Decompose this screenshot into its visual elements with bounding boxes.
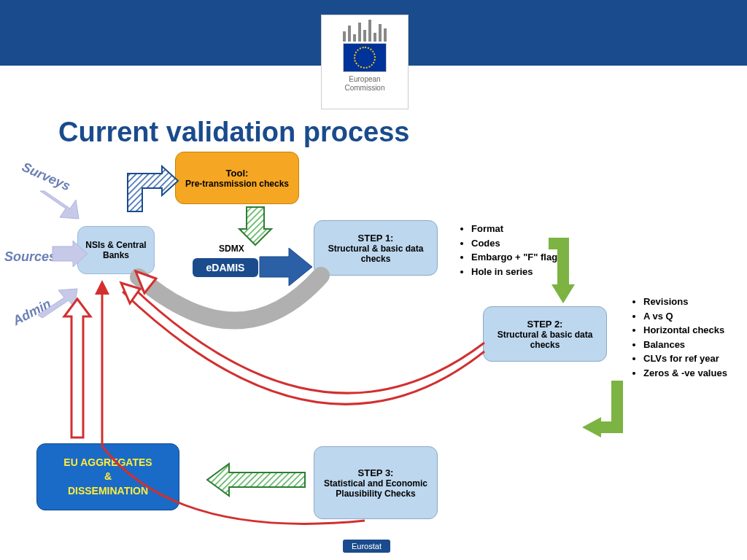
step1-subtitle: Structural & basic data checks [322,244,430,264]
edamis-box: eDAMIS [193,258,258,277]
step2-subtitle: Structural & basic data checks [491,330,599,350]
bullet-item: Hole in series [471,265,604,279]
step3-subtitle: Statistical and Economic Plausibility Ch… [322,478,430,499]
logo-line2: Commission [344,84,384,92]
step1-title: STEP 1: [322,233,430,244]
bullet-item: Embargo + "F" flag [471,250,604,265]
svg-marker-11 [95,280,109,295]
tool-box: Tool: Pre-transmission checks [175,152,299,204]
step2-bullets: RevisionsA vs QHorizontal checksBalances… [630,295,740,380]
bullet-item: Revisions [643,295,740,309]
bullet-item: Format [471,222,604,236]
aggregates-box: EU AGGREGATES & DISSEMINATION [36,443,179,510]
bullet-item: Horizontal checks [643,323,740,338]
nsi-box: NSIs & Central Banks [77,226,155,274]
input-admin-label: Admin [10,296,53,329]
input-surveys-label: Surveys [20,160,73,195]
input-arrow-surveys-icon [40,191,79,219]
page-title: Current validation process [58,117,409,148]
arrow-feedback-step2-icon [131,286,484,393]
arrow-step3-to-agg-icon [207,464,305,496]
bullet-item: A vs Q [643,309,740,324]
step1-bullets: FormatCodesEmbargo + "F" flagHole in ser… [458,222,604,279]
svg-marker-8 [551,284,575,303]
logo-line1: European [349,75,380,83]
arrow-tool-down-icon [239,207,271,245]
arrow-nsi-to-tool-icon [128,166,178,211]
step2-title: STEP 2: [491,319,599,330]
step2-box: STEP 2: Structural & basic data checks [483,306,607,362]
bullet-item: Balances [643,338,740,352]
bullet-item: Zeros & -ve values [643,366,740,381]
svg-marker-4 [40,191,79,219]
arrow-step2-to-step3-icon [582,381,623,438]
ec-logo: European Commission [321,15,409,109]
arrow-head-icon [136,271,156,293]
sdmx-label: SDMX [219,244,244,254]
bullet-item: Codes [471,236,604,251]
footer-badge: Eurostat [343,540,390,553]
svg-marker-9 [582,417,601,438]
input-sources-label: Sources [4,249,56,265]
agg-line1: EU AGGREGATES [44,456,171,470]
agg-line3: DISSEMINATION [44,484,171,499]
arrow-agg-to-nsi-icon [64,299,90,438]
bullet-item: CLVs for ref year [643,351,740,366]
arrow-edamis-to-step1-icon [260,248,312,286]
svg-marker-7 [260,248,312,286]
tool-subtitle: Pre-transmission checks [183,179,291,189]
step3-box: STEP 3: Statistical and Economic Plausib… [314,446,438,519]
tool-title: Tool: [183,168,291,179]
step3-title: STEP 3: [322,467,430,478]
agg-line2: & [44,470,171,484]
step1-box: STEP 1: Structural & basic data checks [314,220,438,276]
svg-marker-10 [121,283,140,303]
arrow-feedback-step1-icon [139,276,321,321]
eu-flag-icon [343,43,387,72]
